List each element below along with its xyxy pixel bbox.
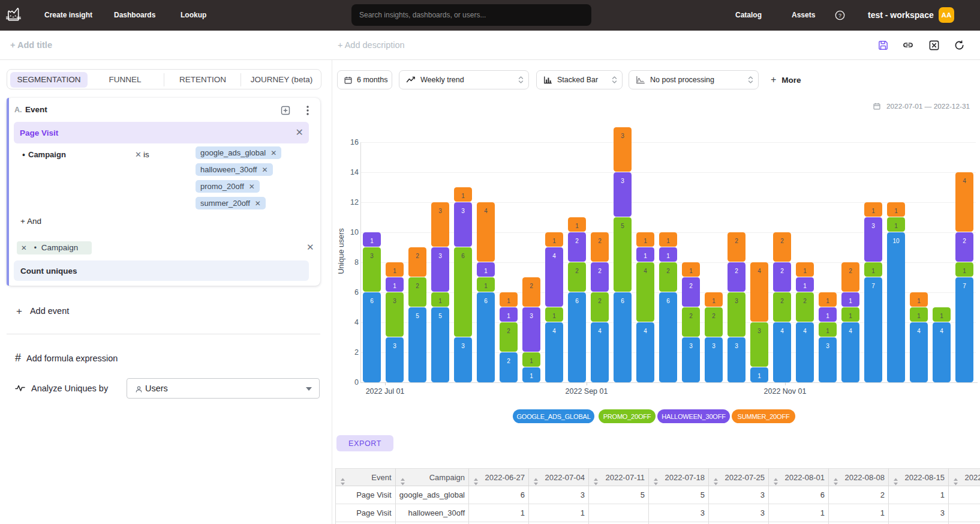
svg-text:?: ? (838, 13, 841, 19)
